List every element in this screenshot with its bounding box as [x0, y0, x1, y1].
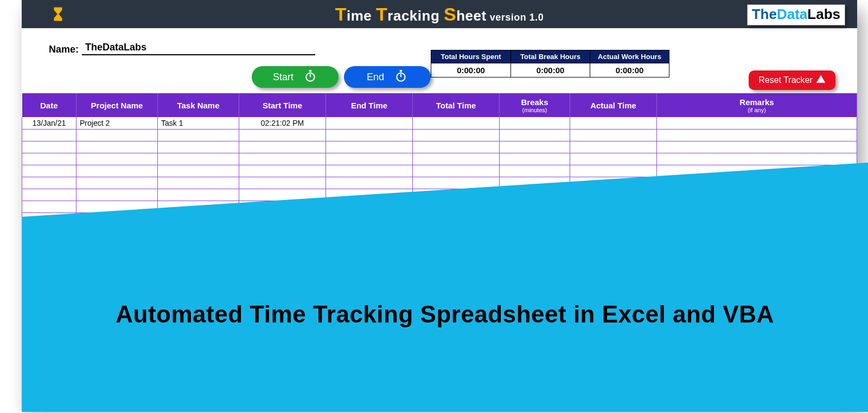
cell-task[interactable]	[158, 177, 239, 189]
summary-value-break: 0:00:00	[511, 63, 590, 77]
cell-date[interactable]	[22, 153, 76, 165]
stopwatch-icon	[303, 69, 317, 86]
stopwatch-icon	[394, 69, 408, 86]
promo-headline: Automated Time Tracking Spreadsheet in E…	[116, 301, 774, 328]
cell-date[interactable]	[22, 189, 76, 201]
cell-date[interactable]	[22, 165, 76, 177]
cell-date[interactable]	[22, 129, 76, 141]
col-header-total: Total Time	[413, 93, 500, 117]
summary-value-actual: 0:00:00	[590, 63, 669, 77]
table-row[interactable]	[22, 153, 857, 165]
cell-task[interactable]	[158, 165, 239, 177]
cell-remarks[interactable]	[657, 141, 857, 153]
cell-total[interactable]	[413, 177, 500, 189]
cell-start[interactable]	[239, 141, 326, 153]
table-row[interactable]: 13/Jan/21Project 2Task 102:21:02 PM	[22, 117, 857, 129]
warning-icon	[816, 74, 826, 86]
col-header-end: End Time	[326, 93, 413, 117]
hourglass-icon	[50, 6, 66, 22]
cell-start[interactable]: 02:21:02 PM	[239, 117, 326, 129]
cell-total[interactable]	[413, 129, 500, 141]
cell-project[interactable]	[76, 177, 158, 189]
col-header-start: Start Time	[239, 93, 326, 117]
cell-breaks[interactable]	[500, 153, 570, 165]
cell-actual[interactable]	[570, 117, 657, 129]
cell-end[interactable]	[326, 129, 413, 141]
col-header-actual: Actual Time	[570, 93, 657, 117]
cell-task[interactable]	[158, 189, 239, 201]
cell-total[interactable]	[413, 165, 500, 177]
cell-start[interactable]	[239, 153, 326, 165]
summary-box: Total Hours Spent 0:00:00 Total Break Ho…	[431, 50, 669, 78]
cell-project[interactable]: Project 2	[76, 117, 158, 129]
summary-header-break: Total Break Hours	[511, 50, 590, 63]
cell-breaks[interactable]	[500, 117, 570, 129]
name-label: Name:	[49, 44, 79, 55]
cell-start[interactable]	[239, 177, 326, 189]
cell-project[interactable]	[76, 165, 158, 177]
cell-remarks[interactable]	[657, 117, 857, 129]
cell-task[interactable]: Task 1	[158, 117, 239, 129]
reset-label: Reset Tracker	[758, 75, 813, 85]
cell-date[interactable]	[22, 141, 76, 153]
cell-end[interactable]	[326, 153, 413, 165]
cell-date[interactable]	[22, 201, 76, 212]
summary-header-actual: Actual Work Hours	[590, 50, 669, 63]
cell-breaks[interactable]	[500, 141, 570, 153]
cell-total[interactable]	[413, 141, 500, 153]
summary-header-total: Total Hours Spent	[431, 50, 510, 63]
cell-end[interactable]	[326, 141, 413, 153]
col-header-project: Project Name	[76, 93, 158, 117]
cell-end[interactable]	[326, 165, 413, 177]
svg-rect-1	[309, 70, 311, 72]
cell-project[interactable]	[76, 129, 158, 141]
cell-remarks[interactable]	[657, 153, 857, 165]
col-header-date: Date	[22, 93, 76, 117]
cell-date[interactable]	[22, 177, 76, 189]
cell-actual[interactable]	[570, 153, 657, 165]
svg-rect-4	[400, 70, 402, 72]
end-button[interactable]: End	[344, 66, 431, 88]
cell-task[interactable]	[158, 129, 239, 141]
cell-total[interactable]	[413, 153, 500, 165]
cell-start[interactable]	[239, 165, 326, 177]
cell-date[interactable]: 13/Jan/21	[22, 117, 76, 129]
app-header: Time Tracking Sheetversion 1.0 TheDataLa…	[22, 0, 857, 28]
col-header-remarks: Remarks(if any)	[657, 93, 857, 117]
cell-remarks[interactable]	[657, 129, 857, 141]
col-header-task: Task Name	[158, 93, 239, 117]
end-label: End	[367, 72, 384, 83]
cell-end[interactable]	[326, 117, 413, 129]
cell-project[interactable]	[76, 153, 158, 165]
brand-logo: TheDataLabs	[747, 4, 845, 25]
cell-project[interactable]	[76, 141, 158, 153]
cell-task[interactable]	[158, 153, 239, 165]
controls-row: Total Hours Spent 0:00:00 Total Break Ho…	[22, 55, 857, 93]
start-label: Start	[273, 72, 293, 83]
cell-total[interactable]	[413, 117, 500, 129]
start-button[interactable]: Start	[252, 66, 339, 88]
table-row[interactable]	[22, 129, 857, 141]
col-header-breaks: Breaks(minutes)	[500, 93, 570, 117]
reset-button[interactable]: Reset Tracker	[749, 70, 835, 90]
cell-task[interactable]	[158, 141, 239, 153]
cell-actual[interactable]	[570, 165, 657, 177]
summary-value-total: 0:00:00	[431, 63, 510, 77]
cell-project[interactable]	[76, 189, 158, 201]
cell-breaks[interactable]	[500, 165, 570, 177]
name-input[interactable]: TheDataLabs	[82, 42, 315, 55]
cell-actual[interactable]	[570, 129, 657, 141]
cell-end[interactable]	[326, 177, 413, 189]
app-title: Time Tracking Sheetversion 1.0	[335, 4, 544, 25]
cell-breaks[interactable]	[500, 129, 570, 141]
table-row[interactable]	[22, 141, 857, 153]
cell-start[interactable]	[239, 129, 326, 141]
cell-actual[interactable]	[570, 141, 657, 153]
